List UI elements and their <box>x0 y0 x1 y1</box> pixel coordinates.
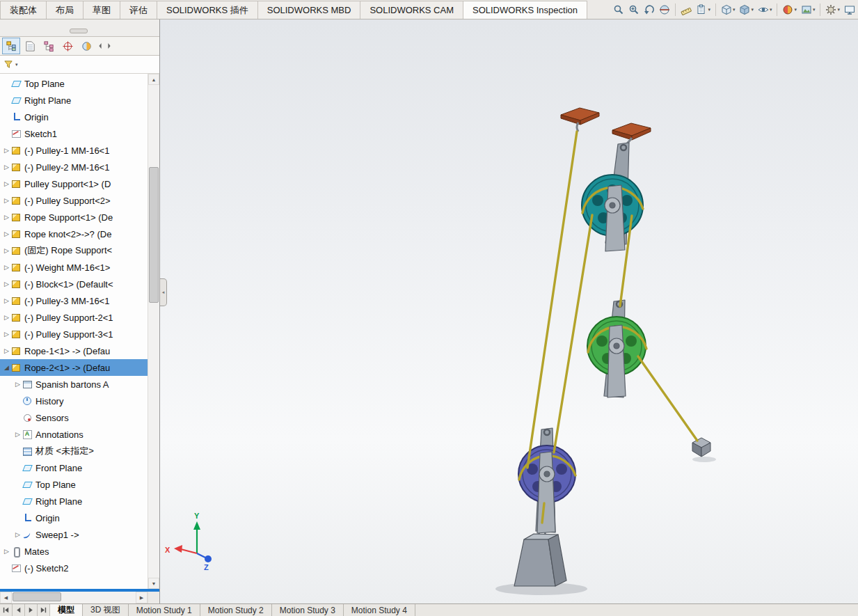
filter-dropdown-arrow-icon[interactable]: ▾ <box>15 62 18 68</box>
tree-filter[interactable]: ▾ <box>0 56 159 74</box>
scroll-right-icon[interactable] <box>105 38 113 54</box>
displaymanager-icon[interactable] <box>77 38 95 54</box>
tree-item[interactable]: ▷Rope Support<1> (De <box>0 209 148 226</box>
expand-arrow-icon[interactable]: ▷ <box>2 297 11 304</box>
dropdown-arrow-icon[interactable]: ▾ <box>751 7 754 13</box>
filter-funnel-icon[interactable] <box>3 59 14 70</box>
expand-arrow-icon[interactable]: ▷ <box>2 230 11 237</box>
panel-splitter-handle[interactable]: ◂ <box>160 278 167 306</box>
tree-item[interactable]: ▷(-) Pulley Support-2<1 <box>0 309 148 326</box>
propertymanager-icon[interactable] <box>21 38 39 54</box>
measure-icon[interactable] <box>679 1 693 18</box>
zoom-to-area-icon[interactable] <box>627 1 641 18</box>
tree-item[interactable]: ▷(-) Pulley Support<2> <box>0 192 148 209</box>
first-study-icon[interactable] <box>0 604 13 616</box>
tree-item[interactable]: ▷Pulley Support<1> (D <box>0 175 148 192</box>
scroll-down-icon[interactable]: ▼ <box>148 578 159 589</box>
section-view-icon[interactable] <box>658 1 672 18</box>
vertical-scroll-track[interactable] <box>148 85 159 578</box>
vertical-scrollbar[interactable]: ▲ ▼ <box>148 74 159 589</box>
tree-item[interactable]: Top Plane <box>0 476 148 493</box>
featuremanager-tree-icon[interactable] <box>2 38 20 54</box>
tree-item[interactable]: ▷(-) Pulley-2 MM-16<1 <box>0 159 148 175</box>
ribbon-tab[interactable]: 布局 <box>46 1 84 19</box>
tree-item[interactable]: ▷(-) Block<1> (Default< <box>0 276 148 292</box>
screen-icon[interactable] <box>843 1 857 18</box>
expand-arrow-icon[interactable]: ▷ <box>2 164 11 171</box>
expand-arrow-icon[interactable]: ▷ <box>2 147 11 154</box>
mount-left-hook[interactable] <box>577 123 578 132</box>
graphics-area[interactable]: Y X Z ◂ <box>160 19 858 603</box>
tree-item[interactable]: ▷Spanish bartons A <box>0 376 148 393</box>
horizontal-scroll-thumb[interactable] <box>13 592 61 601</box>
tree-item[interactable]: ▷(-) Weight MM-16<1> <box>0 259 148 276</box>
scroll-left-icon[interactable] <box>96 38 104 54</box>
configurationmanager-icon[interactable] <box>40 38 58 54</box>
view-orientation-icon[interactable]: ▾ <box>720 1 737 18</box>
expand-arrow-icon[interactable]: ▷ <box>2 247 11 254</box>
tree-item[interactable]: Top Plane <box>0 75 148 92</box>
tree-item[interactable]: ▷(-) Pulley-1 MM-16<1 <box>0 142 148 159</box>
bottom-tab[interactable]: Motion Study 1 <box>129 604 200 616</box>
bottom-tab[interactable]: 模型 <box>50 604 83 616</box>
tree-item[interactable]: (-) Sketch2 <box>0 560 148 576</box>
bottom-tab[interactable]: Motion Study 4 <box>344 604 415 616</box>
previous-study-icon[interactable] <box>13 604 25 616</box>
panel-grip[interactable] <box>70 29 88 33</box>
last-study-icon[interactable] <box>38 604 50 616</box>
expand-arrow-icon[interactable]: ▷ <box>2 331 11 338</box>
horizontal-scrollbar[interactable]: ◀ ▶ <box>0 592 159 603</box>
display-style-icon[interactable]: ▾ <box>738 1 755 18</box>
ribbon-tab[interactable]: SOLIDWORKS Inspection <box>463 1 587 19</box>
expand-arrow-icon[interactable]: ▷ <box>13 531 22 538</box>
tree-item[interactable]: Right Plane <box>0 92 148 109</box>
expand-arrow-icon[interactable]: ▷ <box>2 314 11 321</box>
bottom-tab[interactable]: Motion Study 3 <box>272 604 344 616</box>
rope-end-cube[interactable] <box>692 438 710 457</box>
bottom-tab[interactable]: Motion Study 2 <box>200 604 272 616</box>
dropdown-arrow-icon[interactable]: ▾ <box>794 7 797 13</box>
tree-item[interactable]: ▷Rope-1<1> -> (Defau <box>0 342 148 359</box>
collapse-arrow-icon[interactable]: ◢ <box>2 364 11 371</box>
hide-show-items-icon[interactable]: ▾ <box>756 1 774 18</box>
ribbon-tab[interactable]: SOLIDWORKS 插件 <box>157 1 258 19</box>
ribbon-tab[interactable]: 草图 <box>83 1 120 19</box>
tree-item[interactable]: ▷(固定) Rope Support< <box>0 242 148 259</box>
tree-item[interactable]: ▷Annotations <box>0 426 148 443</box>
apply-scene-icon[interactable]: ▾ <box>800 1 817 18</box>
tree-item[interactable]: Right Plane <box>0 493 148 510</box>
scroll-up-icon[interactable]: ▲ <box>148 74 159 85</box>
tree-item[interactable]: Origin <box>0 109 148 125</box>
tree-item[interactable]: ▷(-) Pulley Support-3<1 <box>0 326 148 342</box>
bottom-tab[interactable]: 3D 视图 <box>83 604 129 616</box>
ribbon-tab[interactable]: 评估 <box>120 1 157 19</box>
vertical-scroll-thumb[interactable] <box>149 167 159 303</box>
previous-view-icon[interactable] <box>642 1 656 18</box>
tree-item[interactable]: Front Plane <box>0 459 148 476</box>
tree-item[interactable]: Sensors <box>0 409 148 426</box>
dropdown-arrow-icon[interactable]: ▾ <box>733 7 736 13</box>
tree-item[interactable]: 材质 <未指定> <box>0 443 148 459</box>
horizontal-scroll-track[interactable] <box>12 592 136 603</box>
tree-item[interactable]: ▷Rope knot<2>->? (De <box>0 226 148 242</box>
ceiling-mount-right[interactable] <box>612 123 651 140</box>
ribbon-tab[interactable]: 装配体 <box>0 1 47 19</box>
expand-arrow-icon[interactable]: ▷ <box>2 548 11 555</box>
zoom-to-fit-icon[interactable] <box>612 1 626 18</box>
expand-arrow-icon[interactable]: ▷ <box>13 431 22 438</box>
tree-item[interactable]: ▷Sweep1 -> <box>0 526 148 543</box>
ribbon-tab[interactable]: SOLIDWORKS CAM <box>360 1 463 19</box>
dropdown-arrow-icon[interactable]: ▾ <box>813 7 816 13</box>
tree-item[interactable]: Sketch1 <box>0 125 148 142</box>
expand-arrow-icon[interactable]: ▷ <box>2 214 11 221</box>
clipboard-icon[interactable]: ▾ <box>694 1 712 18</box>
expand-arrow-icon[interactable]: ▷ <box>2 264 11 271</box>
expand-arrow-icon[interactable]: ▷ <box>2 180 11 187</box>
tree-item[interactable]: ▷Mates <box>0 543 148 560</box>
expand-arrow-icon[interactable]: ▷ <box>13 381 22 388</box>
tree-item[interactable]: ▷(-) Pulley-3 MM-16<1 <box>0 292 148 309</box>
scroll-left-arrow-icon[interactable]: ◀ <box>0 592 12 603</box>
pulley-front-arms[interactable] <box>537 185 626 533</box>
ceiling-mount-left[interactable] <box>561 108 599 125</box>
dropdown-arrow-icon[interactable]: ▾ <box>837 7 840 13</box>
